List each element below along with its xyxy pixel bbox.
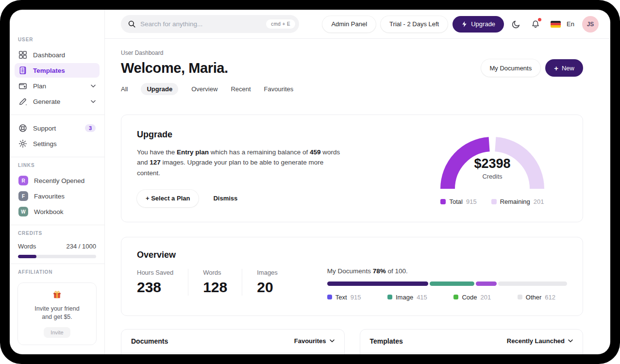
gauge-legend: Total 915 Remaining 201 bbox=[434, 198, 551, 205]
dismiss-button[interactable]: Dismiss bbox=[213, 195, 237, 202]
german-flag-icon[interactable] bbox=[551, 21, 561, 28]
credits-row: Words 234 / 1000 bbox=[10, 243, 104, 250]
stat-images: Images 20 bbox=[242, 269, 292, 296]
upgrade-card-body: You have the Entry plan which has a rema… bbox=[137, 147, 343, 178]
sidebar-item-label: Generate bbox=[33, 98, 60, 105]
title-row: Welcome, Maria. My Documents + New bbox=[121, 59, 583, 77]
legend-swatch bbox=[387, 295, 392, 299]
tab-recent[interactable]: Recent bbox=[231, 85, 251, 93]
sidebar-item-label: Settings bbox=[33, 140, 57, 148]
search-shortcut: cmd + E bbox=[266, 19, 295, 29]
sidebar-link-favourites[interactable]: F Favourites bbox=[15, 189, 100, 203]
documents-card: Documents Favourites Untitled Document i… bbox=[121, 329, 345, 354]
lifebuoy-icon bbox=[18, 124, 27, 132]
credits-label: Words bbox=[18, 243, 36, 250]
stat-words: Words 128 bbox=[188, 269, 242, 296]
sidebar-item-label: Plan bbox=[33, 83, 46, 90]
new-button[interactable]: + New bbox=[545, 59, 583, 77]
user-avatar[interactable]: JS bbox=[582, 16, 599, 33]
dark-mode-toggle[interactable] bbox=[509, 17, 523, 32]
notifications-button[interactable] bbox=[528, 17, 543, 32]
legend-item-image: Image 415 bbox=[387, 294, 427, 301]
grid-icon bbox=[18, 50, 27, 59]
overview-card-title: Overview bbox=[137, 250, 292, 260]
tab-favourites[interactable]: Favourites bbox=[264, 85, 294, 93]
bar-segment-other bbox=[498, 281, 567, 286]
topbar: cmd + E Admin Panel Trial - 2 Days Left … bbox=[105, 10, 610, 39]
bar-legend: Text 915 Image 415 Code 201 bbox=[327, 294, 567, 301]
chevron-down-icon bbox=[568, 339, 573, 343]
chevron-down-icon bbox=[330, 339, 335, 343]
notification-dot bbox=[538, 18, 541, 21]
upgrade-button[interactable]: Upgrade bbox=[452, 16, 504, 33]
gauge-center: $2398 Credits bbox=[439, 156, 546, 180]
documents-filter-dropdown[interactable]: Favourites bbox=[294, 337, 335, 345]
device-frame: USER Dashboard Templates Plan bbox=[0, 0, 620, 364]
templates-filter-dropdown[interactable]: Recently Launched bbox=[507, 337, 573, 345]
templates-card: Templates Recently Launched Blog Post Ti… bbox=[360, 329, 584, 354]
sidebar-divider bbox=[10, 157, 104, 157]
progress-label: My Documents 78% of 100. bbox=[327, 267, 567, 275]
sidebar-link-recently-opened[interactable]: R Recently Opened bbox=[15, 173, 100, 188]
template-list-item[interactable]: Blog Post Title in Workbook bbox=[360, 353, 583, 354]
affiliation-card: Invite your friend and get $5. Invite bbox=[17, 282, 97, 345]
tab-overview[interactable]: Overview bbox=[191, 85, 218, 93]
upgrade-card: Upgrade You have the Entry plan which ha… bbox=[121, 115, 583, 222]
bar-segment-image bbox=[430, 281, 474, 286]
sidebar-link-label: Recently Opened bbox=[34, 177, 84, 184]
legend-item-other: Other 612 bbox=[518, 294, 555, 301]
invite-button[interactable]: Invite bbox=[44, 327, 70, 338]
search-bar[interactable]: cmd + E bbox=[121, 15, 299, 33]
sidebar-link-label: Workbook bbox=[34, 208, 64, 215]
credits-progress-fill bbox=[18, 255, 36, 258]
document-list-item[interactable]: Untitled Document in Workbook bbox=[121, 353, 344, 354]
legend-item-text: Text 915 bbox=[327, 294, 361, 301]
breadcrumb: User Dashboard bbox=[121, 50, 583, 56]
sidebar-item-dashboard[interactable]: Dashboard bbox=[15, 48, 100, 62]
gift-icon bbox=[53, 292, 61, 300]
sidebar-link-workbook[interactable]: W Workbook bbox=[15, 204, 100, 219]
sidebar-item-generate[interactable]: Generate bbox=[15, 94, 100, 109]
my-documents-button[interactable]: My Documents bbox=[481, 59, 541, 77]
upgrade-card-title: Upgrade bbox=[137, 130, 343, 140]
support-badge: 3 bbox=[85, 124, 96, 132]
gauge-value: $2398 bbox=[439, 156, 546, 171]
sidebar-section-user: USER bbox=[10, 37, 104, 42]
admin-panel-button[interactable]: Admin Panel bbox=[322, 16, 376, 33]
tab-all[interactable]: All bbox=[121, 85, 128, 93]
legend-swatch bbox=[518, 295, 522, 299]
credits-progress-track bbox=[18, 255, 96, 258]
trial-badge[interactable]: Trial - 2 Days Left bbox=[381, 16, 448, 33]
credits-value: 234 / 1000 bbox=[67, 243, 96, 250]
legend-swatch bbox=[491, 199, 497, 204]
link-avatar: W bbox=[18, 207, 28, 216]
bottom-row: Documents Favourites Untitled Document i… bbox=[121, 329, 583, 354]
sidebar-section-credits: CREDITS bbox=[10, 231, 104, 236]
tabs: All Upgrade Overview Recent Favourites bbox=[121, 83, 583, 95]
stat-hours-saved: Hours Saved 238 bbox=[137, 269, 188, 296]
gauge-label: Credits bbox=[439, 173, 546, 180]
sidebar-item-support[interactable]: Support 3 bbox=[15, 121, 100, 135]
stacked-bar-chart bbox=[327, 281, 567, 286]
sidebar-item-templates[interactable]: Templates bbox=[15, 63, 100, 78]
select-plan-button[interactable]: + Select a Plan bbox=[137, 190, 199, 207]
templates-icon bbox=[18, 66, 27, 75]
sidebar-section-links: LINKS bbox=[10, 163, 104, 168]
sidebar-item-settings[interactable]: Settings bbox=[15, 136, 100, 151]
tab-upgrade[interactable]: Upgrade bbox=[141, 83, 178, 95]
sidebar-item-label: Support bbox=[33, 125, 56, 132]
chevron-down-icon bbox=[91, 100, 96, 103]
search-input[interactable] bbox=[140, 20, 262, 28]
legend-swatch bbox=[440, 199, 446, 204]
sidebar-section-affiliation: AFFILIATION bbox=[10, 269, 104, 275]
sidebar-item-plan[interactable]: Plan bbox=[15, 79, 100, 93]
stats-row: Hours Saved 238 Words 128 Images 20 bbox=[137, 269, 292, 296]
language-label[interactable]: En bbox=[567, 20, 574, 28]
link-avatar: F bbox=[18, 191, 28, 201]
moon-icon bbox=[512, 19, 521, 29]
documents-card-title: Documents bbox=[131, 337, 168, 345]
gear-icon bbox=[18, 139, 27, 148]
page-title: Welcome, Maria. bbox=[121, 60, 228, 76]
sidebar: USER Dashboard Templates Plan bbox=[10, 10, 105, 354]
legend-swatch bbox=[327, 295, 332, 299]
